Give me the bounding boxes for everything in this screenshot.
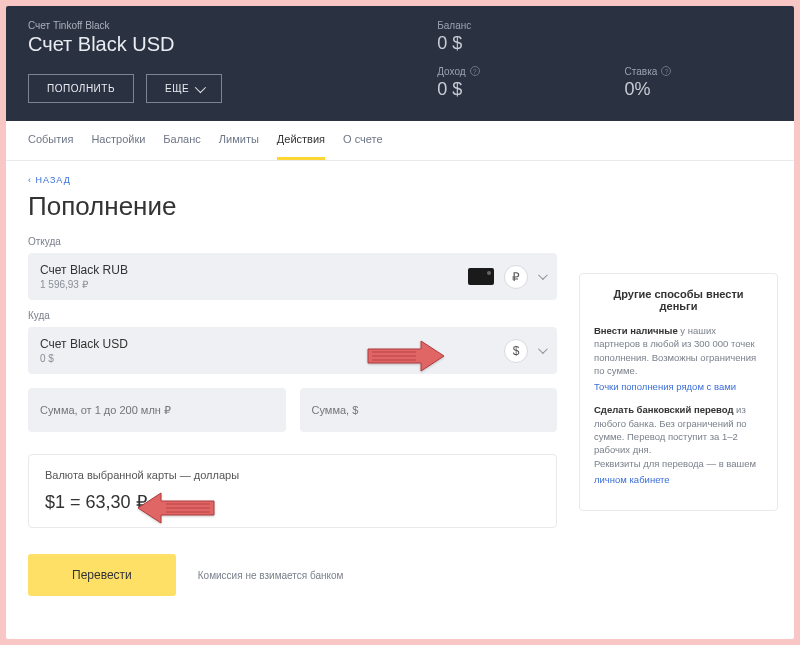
cabinet-link[interactable]: личном кабинете (594, 473, 670, 486)
chevron-down-icon (538, 270, 548, 280)
rate-value: 0% (625, 79, 772, 100)
card-icon (468, 268, 494, 285)
fee-note: Комиссия не взимается банком (198, 570, 344, 581)
page-title: Пополнение (28, 191, 557, 222)
income-label: Доход? (437, 66, 584, 77)
more-button[interactable]: ЕЩЕ (146, 74, 222, 103)
tab-actions[interactable]: Действия (277, 121, 325, 160)
account-header: Счет Tinkoff Black Счет Black USD ПОПОЛН… (6, 6, 794, 121)
bank-transfer-option: Сделать банковский перевод из любого бан… (594, 403, 763, 486)
tab-events[interactable]: События (28, 121, 73, 160)
nearby-points-link[interactable]: Точки пополнения рядом с вами (594, 380, 736, 393)
rate-box-label: Валюта выбранной карты — доллары (45, 469, 540, 481)
info-icon[interactable]: ? (470, 66, 480, 76)
to-account-amount: 0 $ (40, 353, 504, 364)
tabs: События Настройки Баланс Лимиты Действия… (6, 121, 794, 161)
topup-button[interactable]: ПОПОЛНИТЬ (28, 74, 134, 103)
chevron-down-icon (538, 344, 548, 354)
rate-label: Ставка? (625, 66, 772, 77)
to-label: Куда (28, 310, 557, 321)
info-icon[interactable]: ? (661, 66, 671, 76)
tab-settings[interactable]: Настройки (91, 121, 145, 160)
tab-balance[interactable]: Баланс (163, 121, 200, 160)
account-name: Счет Black USD (28, 33, 437, 56)
amount-rub-input[interactable] (28, 388, 286, 432)
chevron-down-icon (195, 81, 206, 92)
tab-about[interactable]: О счете (343, 121, 383, 160)
panel-title: Другие способы внести деньги (594, 288, 763, 312)
amount-usd-input[interactable] (300, 388, 558, 432)
transfer-button[interactable]: Перевести (28, 554, 176, 596)
rate-box-value: $1 = 63,30 ₽ (45, 491, 540, 513)
balance-value: 0 $ (437, 33, 584, 54)
from-account-name: Счет Black RUB (40, 263, 468, 277)
more-button-label: ЕЩЕ (165, 83, 189, 94)
to-account-name: Счет Black USD (40, 337, 504, 351)
currency-badge-rub: ₽ (504, 265, 528, 289)
currency-badge-usd: $ (504, 339, 528, 363)
back-link[interactable]: ‹ НАЗАД (28, 175, 557, 185)
exchange-rate-box: Валюта выбранной карты — доллары $1 = 63… (28, 454, 557, 528)
balance-label: Баланс (437, 20, 584, 31)
tab-limits[interactable]: Лимиты (219, 121, 259, 160)
product-name: Счет Tinkoff Black (28, 20, 437, 31)
from-account-amount: 1 596,93 ₽ (40, 279, 468, 290)
from-account-select[interactable]: Счет Black RUB 1 596,93 ₽ ₽ (28, 253, 557, 300)
from-label: Откуда (28, 236, 557, 247)
to-account-select[interactable]: Счет Black USD 0 $ $ (28, 327, 557, 374)
income-value: 0 $ (437, 79, 584, 100)
other-methods-panel: Другие способы внести деньги Внести нали… (579, 273, 778, 511)
cash-deposit-option: Внести наличные у наших партнеров в любо… (594, 324, 763, 393)
